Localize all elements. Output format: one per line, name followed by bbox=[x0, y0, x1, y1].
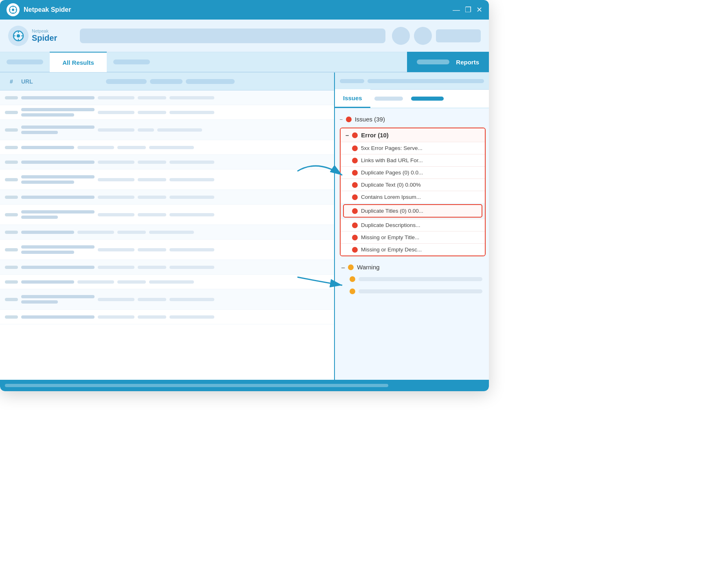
issue-dot-9 bbox=[352, 247, 358, 253]
error-group-header[interactable]: – Error (10) bbox=[341, 128, 485, 142]
tab-reports[interactable]: Reports bbox=[456, 59, 479, 66]
issue-item-5[interactable]: Contains Lorem Ipsum... bbox=[341, 191, 485, 203]
close-button[interactable]: ✕ bbox=[476, 5, 482, 14]
warning-bar-2 bbox=[359, 289, 482, 293]
warning-header[interactable]: – Warning bbox=[340, 261, 484, 273]
tab-placeholder-1[interactable] bbox=[7, 59, 43, 64]
warning-item-dot-1 bbox=[350, 276, 355, 282]
issues-root-dot bbox=[346, 117, 352, 122]
cell-col-1 bbox=[98, 266, 134, 269]
warning-item-1[interactable] bbox=[340, 273, 484, 285]
tab-issues[interactable]: Issues bbox=[335, 89, 370, 108]
issue-item-7[interactable]: Duplicate Descriptions... bbox=[341, 219, 485, 231]
svg-point-1 bbox=[12, 9, 14, 11]
table-row[interactable] bbox=[0, 240, 334, 260]
warning-item-2[interactable] bbox=[340, 285, 484, 297]
issue-item-duplicate-titles[interactable]: Duplicate Titles (0) 0.00... bbox=[343, 204, 482, 218]
cell-hash bbox=[5, 213, 18, 216]
issue-item-4[interactable]: Duplicate Text (0) 0.00% bbox=[341, 178, 485, 191]
issue-dot-7 bbox=[352, 222, 358, 228]
table-row[interactable] bbox=[0, 170, 334, 190]
logo-text: Netpeak Spider bbox=[32, 29, 57, 43]
issue-label-1: 5xx Error Pages: Serve... bbox=[361, 145, 423, 151]
error-group-dot bbox=[352, 132, 358, 138]
cell-col-3 bbox=[169, 315, 214, 319]
issue-dot-4 bbox=[352, 182, 358, 188]
table-row[interactable] bbox=[0, 140, 334, 155]
cell-url bbox=[21, 231, 74, 234]
cell-col-3 bbox=[169, 96, 214, 99]
table-row[interactable] bbox=[0, 289, 334, 310]
tab-placeholder-2[interactable] bbox=[113, 59, 150, 64]
tab-placeholder-right-1[interactable] bbox=[374, 97, 403, 101]
warning-section: – Warning bbox=[338, 260, 486, 299]
col-url-header: URL bbox=[21, 78, 103, 85]
header-action-button[interactable] bbox=[436, 29, 481, 42]
issue-item-3[interactable]: Duplicate Pages (0) 0.0... bbox=[341, 166, 485, 178]
app-header: Netpeak Spider bbox=[0, 20, 489, 52]
table-body bbox=[0, 90, 334, 391]
cell-url bbox=[21, 315, 95, 319]
col-header-4 bbox=[150, 79, 183, 84]
header-action-circle-2[interactable] bbox=[414, 27, 432, 45]
cell-url-line1 bbox=[21, 108, 95, 111]
cell-col-1 bbox=[98, 178, 134, 181]
warning-toggle-icon[interactable]: – bbox=[341, 264, 345, 271]
app-logo-icon bbox=[7, 3, 20, 16]
cell-col-1 bbox=[98, 298, 134, 301]
cell-col-3 bbox=[169, 298, 214, 301]
cell-hash bbox=[5, 315, 18, 319]
table-row[interactable] bbox=[0, 105, 334, 120]
table-row[interactable] bbox=[0, 205, 334, 225]
tab-right-placeholder[interactable] bbox=[417, 59, 449, 64]
table-row[interactable] bbox=[0, 225, 334, 240]
cell-col-1 bbox=[77, 280, 114, 284]
tab-placeholder-right-2[interactable] bbox=[411, 97, 444, 101]
tab-all-results[interactable]: All Results bbox=[50, 52, 107, 72]
issue-item-1[interactable]: 5xx Error Pages: Serve... bbox=[341, 142, 485, 154]
cell-hash bbox=[5, 266, 18, 269]
cell-col-2 bbox=[138, 248, 166, 251]
table-row[interactable] bbox=[0, 155, 334, 170]
cell-url-line2 bbox=[21, 113, 74, 117]
issue-item-9[interactable]: Missing or Empty Desc... bbox=[341, 243, 485, 255]
cell-col-3 bbox=[169, 178, 214, 181]
issues-tree: – Issues (39) – Error (10) 5xx Error Pag… bbox=[335, 108, 489, 391]
issue-item-8[interactable]: Missing or Empty Title... bbox=[341, 231, 485, 243]
cell-col-2 bbox=[138, 196, 166, 199]
cell-col-2 bbox=[138, 298, 166, 301]
warning-label: Warning bbox=[357, 264, 379, 271]
cell-col-1 bbox=[98, 128, 134, 132]
issue-label-9: Missing or Empty Desc... bbox=[361, 247, 422, 253]
error-group-label: Error (10) bbox=[361, 132, 389, 139]
issue-label-7: Duplicate Descriptions... bbox=[361, 222, 420, 228]
bottom-status-bar bbox=[0, 380, 489, 391]
table-row[interactable] bbox=[0, 275, 334, 289]
issue-item-2[interactable]: Links with Bad URL For... bbox=[341, 154, 485, 166]
header-url-bar[interactable] bbox=[80, 29, 385, 43]
toggle-icon[interactable]: – bbox=[340, 117, 343, 122]
error-group: – Error (10) 5xx Error Pages: Serve... L… bbox=[340, 128, 486, 256]
cell-url-line1 bbox=[21, 210, 95, 214]
table-row[interactable] bbox=[0, 90, 334, 105]
issue-label-8: Missing or Empty Title... bbox=[361, 234, 419, 240]
warning-dot bbox=[348, 264, 354, 270]
cell-col-3 bbox=[169, 111, 214, 114]
tab-right-area: Reports bbox=[407, 52, 489, 72]
table-row[interactable] bbox=[0, 190, 334, 205]
error-toggle-icon[interactable]: – bbox=[345, 132, 349, 139]
cell-hash bbox=[5, 111, 18, 114]
issues-root-item[interactable]: – Issues (39) bbox=[338, 113, 486, 125]
minimize-button[interactable]: — bbox=[453, 6, 460, 14]
cell-col-3 bbox=[157, 128, 202, 132]
header-action-circle-1[interactable] bbox=[392, 27, 410, 45]
table-row[interactable] bbox=[0, 260, 334, 275]
cell-col-2 bbox=[117, 280, 146, 284]
cell-col-2 bbox=[138, 96, 166, 99]
table-row[interactable] bbox=[0, 310, 334, 324]
table-row[interactable] bbox=[0, 120, 334, 140]
window-controls[interactable]: — ❐ ✕ bbox=[453, 5, 482, 14]
cell-col-3 bbox=[149, 146, 194, 149]
maximize-button[interactable]: ❐ bbox=[465, 5, 471, 14]
logo-small-text: Netpeak bbox=[32, 29, 57, 33]
